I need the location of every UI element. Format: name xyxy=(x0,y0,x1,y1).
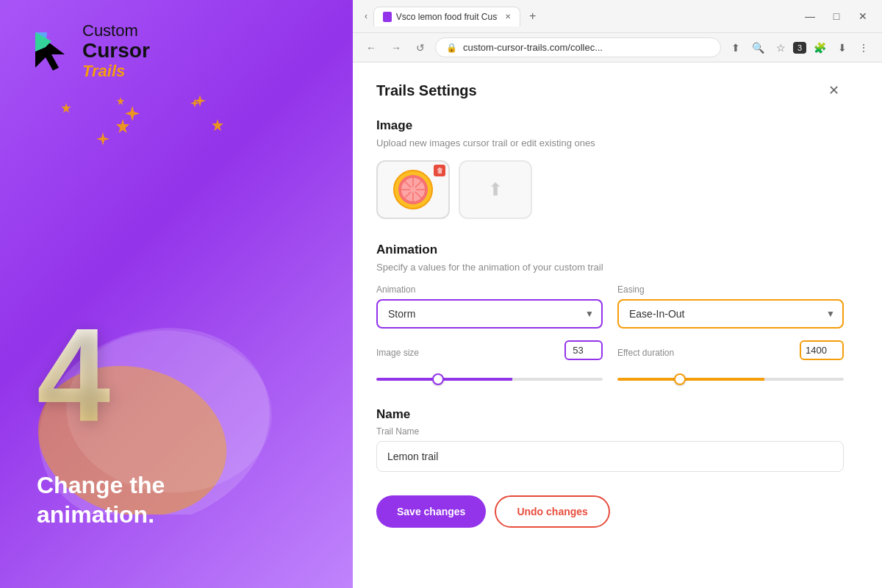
animation-select-wrapper: Storm None Bounce Spiral Wave ▼ xyxy=(376,299,603,329)
share-button[interactable]: ⬆ xyxy=(727,39,745,57)
tagline-line1: Change the xyxy=(37,470,165,500)
menu-button[interactable]: ⋮ xyxy=(854,39,873,57)
image-size-header: Image size xyxy=(376,340,603,365)
browser-window: ‹ Vsco lemon food fruit Custom ( ✕ + — □… xyxy=(353,0,882,588)
easing-label: Easing xyxy=(617,284,844,295)
big-number: 4 xyxy=(37,309,110,441)
panel-close-button[interactable]: ✕ xyxy=(823,80,844,101)
lemon-image xyxy=(392,169,434,210)
logo-cursor: Cursor xyxy=(82,40,150,62)
logo-custom: Custom xyxy=(82,22,150,40)
browser-toolbar: ← → ↺ 🔒 custom-cursor-trails.com/collec.… xyxy=(353,32,882,62)
animation-section: Animation Specify a values for the anima… xyxy=(376,243,844,384)
animation-field: Animation Storm None Bounce Spiral Wave … xyxy=(376,284,603,329)
effect-duration-header: Effect duration xyxy=(617,340,844,365)
tab-bar: ‹ Vsco lemon food fruit Custom ( ✕ + xyxy=(362,7,794,26)
sliders-row: Image size Effect duration xyxy=(376,340,844,384)
reload-button[interactable]: ↺ xyxy=(412,39,429,57)
new-tab-button[interactable]: + xyxy=(523,7,542,26)
zoom-button[interactable]: 🔍 xyxy=(747,39,769,57)
address-bar[interactable]: 🔒 custom-cursor-trails.com/collec... xyxy=(435,37,721,57)
logo-text: Custom Cursor Trails xyxy=(82,22,150,80)
sparkles-decoration xyxy=(15,88,323,176)
animation-select[interactable]: Storm None Bounce Spiral Wave xyxy=(376,299,603,329)
tab-title: Vsco lemon food fruit Custom ( xyxy=(396,12,498,22)
image-slot-upload[interactable]: ⬆ xyxy=(459,160,532,219)
toolbar-actions: ⬆ 🔍 ☆ 3 🧩 ⬇ ⋮ xyxy=(727,39,873,57)
left-panel: Custom Cursor Trails 4 Change the animat… xyxy=(0,0,353,588)
animation-label: Animation xyxy=(376,284,603,295)
animation-section-title: Animation xyxy=(376,243,844,257)
image-size-input[interactable] xyxy=(564,340,603,360)
effect-duration-group: Effect duration xyxy=(617,340,844,384)
effect-duration-label: Effect duration xyxy=(617,348,674,358)
image-size-label: Image size xyxy=(376,348,419,358)
image-section: Image Upload new images cursor trail or … xyxy=(376,118,844,219)
svg-marker-6 xyxy=(212,119,223,131)
window-controls: — □ ✕ xyxy=(800,6,873,26)
effect-duration-slider[interactable] xyxy=(617,378,844,381)
image-slot-lemon[interactable]: 🗑 xyxy=(376,160,450,219)
image-size-group: Image size xyxy=(376,340,603,384)
forward-button[interactable]: → xyxy=(387,39,406,57)
back-button[interactable]: ← xyxy=(362,39,381,57)
trail-name-label: Trail Name xyxy=(376,426,844,437)
tab-favicon xyxy=(383,12,392,22)
settings-panel: Trails Settings ✕ Image Upload new image… xyxy=(353,62,867,545)
animation-section-desc: Specify a values for the animation of yo… xyxy=(376,262,844,273)
save-button[interactable]: Save changes xyxy=(376,495,486,528)
trail-name-input[interactable] xyxy=(376,441,844,472)
close-window-button[interactable]: ✕ xyxy=(853,6,873,26)
extensions-button[interactable]: 🧩 xyxy=(809,39,831,57)
undo-button[interactable]: Undo changes xyxy=(495,495,609,528)
logo-area: Custom Cursor Trails xyxy=(29,22,150,80)
action-buttons: Save changes Undo changes xyxy=(376,495,844,528)
easing-field: Easing Ease-In-Out Linear Ease-In Ease-O… xyxy=(617,284,844,329)
panel-title: Trails Settings xyxy=(376,82,477,99)
tab-close-button[interactable]: ✕ xyxy=(505,12,511,21)
delete-badge[interactable]: 🗑 xyxy=(434,165,445,176)
browser-chrome: ‹ Vsco lemon food fruit Custom ( ✕ + — □… xyxy=(353,0,882,62)
image-section-title: Image xyxy=(376,118,844,133)
tagline-line2: animation. xyxy=(37,500,165,529)
name-section: Name Trail Name xyxy=(376,407,844,472)
easing-select-wrapper: Ease-In-Out Linear Ease-In Ease-Out ▼ xyxy=(617,299,844,329)
browser-titlebar: ‹ Vsco lemon food fruit Custom ( ✕ + — □… xyxy=(353,0,882,32)
image-slots: 🗑 ⬆ xyxy=(376,160,844,219)
effect-duration-input[interactable] xyxy=(800,340,844,360)
download-button[interactable]: ⬇ xyxy=(833,39,851,57)
tagline: Change the animation. xyxy=(37,470,165,529)
panel-header: Trails Settings ✕ xyxy=(376,80,844,101)
svg-marker-4 xyxy=(116,119,129,133)
name-section-title: Name xyxy=(376,407,844,422)
browser-tab-active[interactable]: Vsco lemon food fruit Custom ( ✕ xyxy=(373,7,520,26)
logo-icon xyxy=(29,29,74,74)
easing-select[interactable]: Ease-In-Out Linear Ease-In Ease-Out xyxy=(617,299,844,329)
minimize-button[interactable]: — xyxy=(800,6,820,26)
browser-content: Trails Settings ✕ Image Upload new image… xyxy=(353,62,882,588)
image-size-slider[interactable] xyxy=(376,378,603,381)
svg-marker-3 xyxy=(62,103,71,113)
bookmark-button[interactable]: ☆ xyxy=(772,39,790,57)
maximize-button[interactable]: □ xyxy=(826,6,847,26)
image-section-desc: Upload new images cursor trail or edit e… xyxy=(376,137,844,148)
address-text: custom-cursor-trails.com/collec... xyxy=(463,42,710,53)
upload-icon: ⬆ xyxy=(488,179,503,200)
dropdowns-row: Animation Storm None Bounce Spiral Wave … xyxy=(376,284,844,329)
extension-button[interactable]: 3 xyxy=(793,42,806,54)
tab-scroll-left[interactable]: ‹ xyxy=(362,8,370,24)
logo-trails: Trails xyxy=(82,62,150,80)
svg-point-17 xyxy=(410,187,416,193)
svg-marker-5 xyxy=(117,97,124,105)
